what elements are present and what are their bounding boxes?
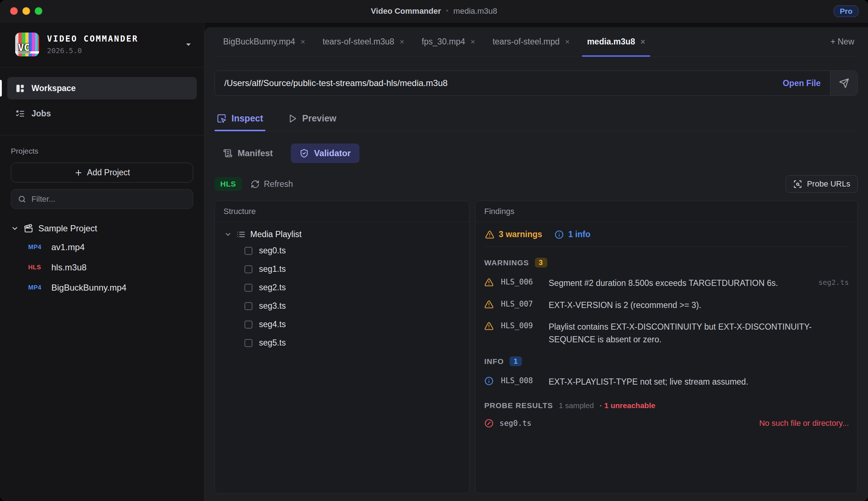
structure-panel-title: Structure [215,201,469,222]
projects-heading: Projects [11,147,193,155]
playlist-root-label: Media Playlist [250,230,302,239]
info-circle-icon [484,376,494,386]
projects-section: Projects Add Project [0,136,204,209]
file-name: av1.mp4 [51,242,85,252]
open-file-button[interactable]: Open File [773,71,830,95]
filter-input[interactable] [31,194,186,204]
finding-message: EXT-X-VERSION is 2 (recommend >= 3). [549,299,843,312]
probe-results-label: PROBE RESULTS [484,401,553,410]
segment-name: seg4.ts [259,320,286,329]
view-tab-label: Preview [302,113,337,124]
info-list: HLS_008 EXT-X-PLAYLIST-TYPE not set; liv… [484,366,849,388]
segment-row[interactable]: seg0.ts [224,241,460,260]
sidebar: VC VIDEO COMMANDER 2026.5.0 Workspace Jo… [0,22,204,501]
tab-manifest[interactable]: Manifest [214,144,281,163]
close-window-button[interactable] [10,7,18,15]
chevron-down-icon[interactable] [11,224,19,232]
content-panels: Structure Media Playlist [214,201,858,501]
tab-validator[interactable]: Validator [291,144,359,163]
refresh-button[interactable]: Refresh [251,179,293,189]
document-tabs: BigBuckBunny.mp4 × tears-of-steel.m3u8 ×… [214,27,654,56]
segment-checkbox[interactable] [244,284,252,292]
sidebar-item-jobs[interactable]: Jobs [7,102,197,125]
segment-row[interactable]: seg1.ts [224,260,460,278]
warnings-summary: 3 warnings [485,230,542,239]
search-icon [18,195,26,204]
path-input[interactable] [215,71,773,95]
submit-path-button[interactable] [830,71,858,95]
chevron-down-icon[interactable] [184,40,192,48]
close-tab-icon[interactable]: × [400,37,404,47]
document-tab[interactable]: tears-of-steel.m3u8 × [314,27,413,56]
warning-triangle-icon [484,300,494,309]
finding-code: HLS_008 [501,376,543,385]
app-name: VIDEO COMMANDER [47,34,174,43]
segment-checkbox[interactable] [244,302,252,310]
probe-sampled-count: 1 sampled [559,401,594,410]
info-section-heading: INFO 1 [484,356,849,366]
finding-code: HLS_007 [501,299,543,308]
project-file-item[interactable]: HLS hls.m3u8 [11,257,193,278]
info-heading-label: INFO [484,357,504,366]
send-icon [839,78,849,88]
window-title: Video Commander [371,7,441,16]
chevron-down-icon[interactable] [224,231,232,238]
sidebar-nav: Workspace Jobs [0,68,204,136]
probe-result-list: seg0.ts No such file or directory... [484,410,849,428]
traffic-lights [10,0,42,22]
inspect-icon [217,114,226,123]
info-circle-icon [554,230,564,239]
segment-row[interactable]: seg2.ts [224,278,460,297]
segment-row[interactable]: seg5.ts [224,334,460,352]
tab-preview[interactable]: Preview [286,111,339,131]
document-tab[interactable]: BigBuckBunny.mp4 × [214,27,314,56]
scan-search-icon [793,180,802,189]
structure-panel: Structure Media Playlist [214,201,469,494]
segment-checkbox[interactable] [244,265,252,273]
document-tab[interactable]: media.m3u8 × [578,27,654,56]
warning-triangle-icon [485,230,494,239]
project-tree-root[interactable]: Sample Project [11,223,193,234]
close-tab-icon[interactable]: × [471,37,475,47]
zoom-window-button[interactable] [35,7,42,15]
warnings-section-heading: WARNINGS 3 [484,258,849,267]
warnings-count-badge: 3 [535,258,547,267]
warning-item: HLS_009 Playlist contains EXT-X-DISCONTI… [484,321,849,346]
layout-grid-icon [15,84,25,93]
playlist-root-node[interactable]: Media Playlist [224,230,460,239]
segment-name: seg0.ts [259,246,286,256]
tab-label: BigBuckBunny.mp4 [223,37,295,47]
project-file-item[interactable]: MP4 av1.mp4 [11,237,193,257]
probe-urls-label: Probe URLs [807,179,850,189]
nav-label: Jobs [31,109,51,119]
probe-result-row: seg0.ts No such file or directory... [484,419,849,428]
segment-checkbox[interactable] [244,247,252,255]
minimize-window-button[interactable] [22,7,30,15]
url-bar: Open File [214,70,858,96]
list-icon [237,230,246,239]
segment-row[interactable]: seg4.ts [224,315,460,334]
new-tab-button[interactable]: + New [827,27,858,56]
document-tab[interactable]: tears-of-steel.mpd × [484,27,578,56]
close-tab-icon[interactable]: × [301,37,305,47]
add-project-button[interactable]: Add Project [11,163,193,183]
sidebar-item-workspace[interactable]: Workspace [7,77,197,99]
tab-inspect[interactable]: Inspect [214,111,265,131]
probe-urls-button[interactable]: Probe URLs [786,175,858,193]
document-tab[interactable]: fps_30.mp4 × [413,27,484,56]
segment-checkbox[interactable] [244,321,252,329]
segment-row[interactable]: seg3.ts [224,297,460,315]
clapperboard-icon [24,224,33,233]
segment-checkbox[interactable] [244,339,252,347]
file-name: hls.m3u8 [51,262,86,273]
tab-label: media.m3u8 [587,37,635,47]
project-tree: Sample Project MP4 av1.mp4 HLS hls.m3u8 [0,209,204,298]
close-tab-icon[interactable]: × [641,37,645,47]
file-type-badge: HLS [28,264,45,271]
finding-code: HLS_006 [501,277,543,286]
finding-code: HLS_009 [501,321,543,330]
close-tab-icon[interactable]: × [565,37,570,47]
project-file-item[interactable]: MP4 BigBuckBunny.mp4 [11,278,193,298]
play-icon [288,114,297,123]
filter-input-wrap [11,189,193,209]
